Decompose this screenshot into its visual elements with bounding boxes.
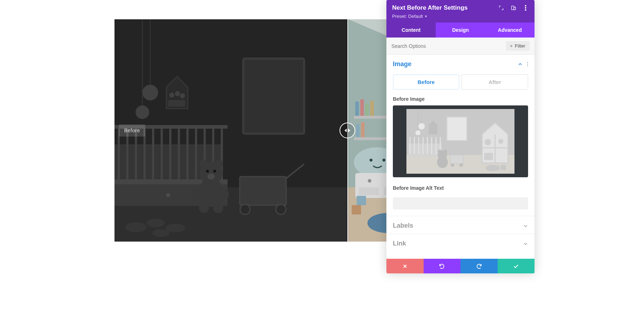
section-labels-title: Labels — [393, 222, 413, 229]
filter-label: Filter — [515, 43, 525, 49]
section-image-title: Image — [393, 60, 411, 68]
svg-rect-97 — [450, 155, 463, 164]
panel-header: Next Before After Settings Preset: Defau… — [386, 0, 535, 23]
tab-advanced[interactable]: Advanced — [485, 23, 535, 38]
alt-text-input[interactable] — [393, 197, 528, 209]
panel-title: Next Before After Settings — [392, 4, 468, 11]
tab-design[interactable]: Design — [436, 23, 485, 38]
svg-point-94 — [438, 150, 441, 153]
undo-button[interactable] — [424, 259, 461, 273]
section-more-icon[interactable] — [527, 62, 528, 66]
svg-point-95 — [444, 150, 447, 153]
chevron-up-icon — [518, 62, 523, 67]
filter-button[interactable]: + Filter — [506, 41, 530, 51]
svg-point-102 — [484, 139, 491, 145]
expand-icon[interactable] — [498, 5, 504, 11]
section-link-header[interactable]: Link — [386, 234, 535, 252]
svg-point-74 — [525, 5, 526, 6]
save-button[interactable] — [498, 259, 535, 273]
section-link-title: Link — [393, 240, 406, 247]
section-labels-header[interactable]: Labels — [386, 216, 535, 234]
svg-point-98 — [451, 163, 454, 167]
svg-point-76 — [525, 9, 526, 10]
svg-rect-48 — [114, 19, 347, 242]
alt-text-label: Before Image Alt Text — [393, 185, 528, 191]
settings-panel: Next Before After Settings Preset: Defau… — [386, 0, 535, 273]
panel-body: Image Before After Before Image — [386, 55, 535, 259]
redo-button[interactable] — [460, 259, 498, 273]
chevron-down-icon — [523, 223, 528, 228]
svg-point-103 — [498, 139, 503, 144]
before-badge: Before — [119, 124, 145, 137]
editor-canvas: Before — [0, 0, 386, 317]
section-image-header[interactable]: Image — [386, 55, 535, 72]
tab-content[interactable]: Content — [386, 23, 436, 38]
preset-label: Preset: Default — [392, 14, 423, 19]
subtab-before[interactable]: Before — [393, 74, 459, 90]
slider-handle-icon[interactable] — [340, 123, 355, 138]
svg-point-105 — [486, 165, 500, 171]
svg-point-80 — [418, 123, 425, 129]
svg-rect-84 — [409, 144, 442, 157]
chevron-down-icon: ▼ — [424, 15, 428, 18]
responsive-icon[interactable] — [510, 5, 517, 11]
svg-point-81 — [415, 130, 420, 135]
chevron-down-icon — [523, 241, 528, 246]
svg-rect-104 — [484, 153, 493, 160]
svg-rect-79 — [447, 117, 467, 140]
cancel-button[interactable] — [386, 259, 424, 273]
more-icon[interactable] — [522, 5, 529, 11]
svg-rect-72 — [512, 6, 514, 10]
svg-rect-73 — [514, 7, 516, 10]
main-tabs: Content Design Advanced — [386, 23, 535, 38]
before-image-picker[interactable] — [393, 105, 528, 177]
before-pane — [114, 19, 347, 242]
search-input[interactable] — [391, 43, 502, 49]
plus-icon: + — [510, 43, 513, 49]
svg-rect-106 — [501, 165, 506, 170]
section-image-body: Before After Before Image — [386, 74, 535, 216]
subtab-after[interactable]: After — [462, 74, 528, 90]
preset-dropdown[interactable]: Preset: Default ▼ — [392, 14, 529, 19]
panel-footer — [386, 259, 535, 273]
svg-point-99 — [459, 163, 463, 167]
before-image-label: Before Image — [393, 96, 528, 102]
svg-point-75 — [525, 7, 526, 8]
search-bar: + Filter — [386, 38, 535, 55]
before-after-module[interactable]: Before — [114, 19, 386, 242]
svg-point-96 — [437, 157, 448, 168]
